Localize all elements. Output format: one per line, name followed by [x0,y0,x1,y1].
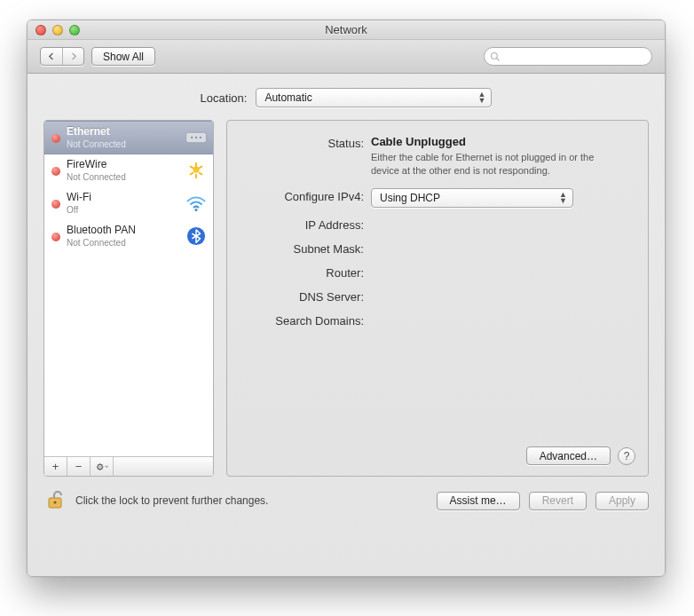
svg-line-16 [101,468,102,469]
status-help-text: Either the cable for Ethernet is not plu… [371,151,602,178]
search-input[interactable] [504,51,646,63]
location-popup[interactable]: Automatic ▲▼ [256,88,492,107]
configure-label: Configure IPv4: [240,188,371,208]
svg-point-20 [54,501,57,504]
zoom-window-button[interactable] [69,25,80,36]
ip-address-label: IP Address: [240,217,371,232]
show-all-button[interactable]: Show All [91,47,155,66]
dns-server-label: DNS Server: [240,288,371,304]
search-field[interactable] [484,47,652,66]
svg-line-15 [98,464,99,465]
gear-icon [96,462,108,472]
updown-icon: ▲▼ [477,91,485,104]
titlebar: Network [28,20,665,40]
service-item-firewire[interactable]: FireWire Not Connected [44,154,213,187]
search-domains-value [371,312,635,328]
lock-help-text: Click the lock to prevent further change… [75,494,268,507]
location-value: Automatic [264,91,312,104]
router-value [371,265,635,280]
sidebar-actions: + − [44,456,213,476]
svg-line-17 [98,468,99,469]
lock-button[interactable] [43,487,67,514]
search-domains-label: Search Domains: [240,312,371,328]
status-dot-icon [51,233,60,241]
service-name: FireWire [67,159,178,170]
assist-me-button[interactable]: Assist me… [437,492,520,510]
remove-service-button[interactable]: − [67,457,91,476]
svg-point-4 [195,137,197,138]
configure-value: Using DHCP [380,192,440,204]
dns-server-value [371,288,635,304]
status-label: Status: [240,135,371,178]
traffic-lights [35,25,80,36]
search-icon [490,51,501,62]
service-status: Not Connected [67,172,178,182]
service-item-bluetooth[interactable]: Bluetooth PAN Not Connected [44,220,213,253]
service-name: Wi-Fi [67,192,178,203]
svg-point-5 [200,137,201,138]
network-preferences-window: Network Show All Location: Automatic ▲▼ [27,20,666,577]
help-button[interactable]: ? [618,447,635,465]
svg-point-0 [492,52,498,59]
service-list: Ethernet Not Connected FireWire Not Conn… [44,121,213,456]
service-actions-menu[interactable] [91,457,114,476]
service-status: Off [67,205,178,215]
service-sidebar: Ethernet Not Connected FireWire Not Conn… [43,120,214,477]
service-name: Ethernet [67,126,178,138]
configure-ipv4-popup[interactable]: Using DHCP ▲▼ [371,188,573,208]
forward-button[interactable] [62,48,83,65]
close-window-button[interactable] [35,25,46,36]
footer: Click the lock to prevent further change… [43,487,649,514]
add-service-button[interactable]: + [44,457,67,476]
svg-point-10 [99,466,100,468]
ethernet-icon [185,126,208,149]
service-status: Not Connected [67,238,178,248]
service-name: Bluetooth PAN [67,225,178,236]
status-dot-icon [51,167,60,176]
router-label: Router: [240,265,371,280]
minimize-window-button[interactable] [52,25,63,36]
advanced-button[interactable]: Advanced… [526,446,611,465]
unlocked-lock-icon [43,487,67,510]
bluetooth-icon [185,225,208,248]
location-label: Location: [201,91,248,105]
apply-button[interactable]: Apply [595,492,649,510]
service-status: Not Connected [67,139,178,149]
nav-segment [40,47,84,66]
back-button[interactable] [41,48,62,65]
toolbar: Show All [28,40,665,74]
firewire-icon [185,159,208,182]
window-title: Network [28,23,665,36]
service-item-wifi[interactable]: Wi-Fi Off [44,187,213,220]
svg-line-18 [101,464,102,465]
subnet-mask-label: Subnet Mask: [240,241,371,256]
detail-pane: Status: Cable Unplugged Either the cable… [226,120,649,477]
svg-point-3 [191,137,193,138]
svg-point-7 [194,209,197,211]
svg-point-6 [193,166,199,172]
updown-icon: ▲▼ [559,192,567,204]
chevron-right-icon [69,52,77,60]
ip-address-value [371,217,635,232]
wifi-icon [185,192,208,215]
status-dot-icon [51,134,60,143]
svg-line-1 [497,58,500,60]
status-dot-icon [51,200,60,209]
status-value: Cable Unplugged [371,135,635,148]
chevron-left-icon [48,52,56,60]
service-item-ethernet[interactable]: Ethernet Not Connected [44,121,213,154]
revert-button[interactable]: Revert [529,492,587,510]
location-row: Location: Automatic ▲▼ [43,88,649,107]
subnet-mask-value [371,241,635,256]
